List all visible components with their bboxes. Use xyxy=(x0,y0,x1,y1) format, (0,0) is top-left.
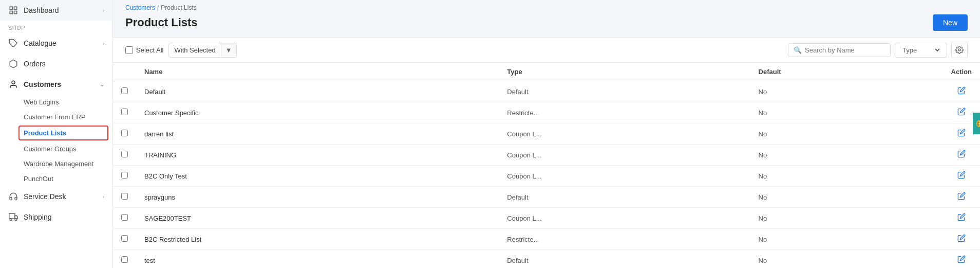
sidebar-item-orders[interactable]: Orders xyxy=(0,53,112,74)
row-default: No xyxy=(750,187,943,208)
row-checkbox-cell[interactable] xyxy=(113,250,136,269)
row-default: No xyxy=(750,81,943,102)
row-action[interactable] xyxy=(943,208,980,229)
sidebar-item-service-desk-label: Service Desk xyxy=(24,192,97,201)
sidebar-item-dashboard[interactable]: Dashboard › xyxy=(0,0,112,21)
new-button[interactable]: New xyxy=(933,14,968,31)
dropdown-arrow-icon[interactable]: ▼ xyxy=(221,43,236,57)
row-action[interactable] xyxy=(943,250,980,269)
table-body: Default Default No Customer Specific Res… xyxy=(113,81,980,269)
main-content: Customers / Product Lists Product Lists … xyxy=(113,0,980,268)
sidebar-subitem-customer-from-erp[interactable]: Customer From ERP xyxy=(0,110,112,124)
svg-rect-6 xyxy=(9,213,15,219)
settings-icon[interactable] xyxy=(951,42,968,58)
chevron-down-icon: ⌄ xyxy=(100,81,104,88)
grid-icon xyxy=(8,5,18,15)
row-name: Customer Specific xyxy=(136,102,499,123)
sidebar-subitem-customer-groups[interactable]: Customer Groups xyxy=(0,141,112,156)
box-icon xyxy=(8,59,18,69)
row-action[interactable] xyxy=(943,229,980,250)
toolbar-right: 🔍 TypeDefaultRestrictedCoupon L... xyxy=(788,42,968,58)
row-name: darren list xyxy=(136,123,499,145)
table-row: TRAINING Coupon L... No xyxy=(113,145,980,166)
sidebar-item-service-desk[interactable]: Service Desk › xyxy=(0,186,112,207)
edit-icon[interactable] xyxy=(957,214,966,223)
row-checkbox-cell[interactable] xyxy=(113,145,136,166)
row-type: Default xyxy=(499,187,750,208)
select-all-checkbox[interactable] xyxy=(125,46,133,54)
page-header: Product Lists New xyxy=(113,11,980,37)
sidebar-item-customers[interactable]: Customers ⌄ xyxy=(0,74,112,95)
row-checkbox-cell[interactable] xyxy=(113,208,136,229)
page-title: Product Lists xyxy=(125,16,198,29)
row-checkbox[interactable] xyxy=(121,214,128,221)
row-action[interactable] xyxy=(943,166,980,187)
table-row: B2C Only Test Coupon L... No xyxy=(113,166,980,187)
select-all-checkbox-wrap[interactable]: Select All xyxy=(125,46,163,54)
table-row: test Default No xyxy=(113,250,980,269)
sidebar-item-catalogue[interactable]: Catalogue › xyxy=(0,33,112,53)
type-select[interactable]: TypeDefaultRestrictedCoupon L... xyxy=(900,46,941,55)
row-action[interactable] xyxy=(943,81,980,102)
sidebar-subitem-punchout[interactable]: PunchOut xyxy=(0,171,112,186)
edit-icon[interactable] xyxy=(957,256,966,265)
row-checkbox[interactable] xyxy=(121,172,128,178)
with-selected-dropdown[interactable]: With Selected ▼ xyxy=(168,43,236,58)
sidebar-subitem-wardrobe-management[interactable]: Wardrobe Management xyxy=(0,156,112,171)
edit-icon[interactable] xyxy=(957,235,966,244)
edit-icon[interactable] xyxy=(957,172,966,181)
type-select-wrap[interactable]: TypeDefaultRestrictedCoupon L... xyxy=(895,43,947,58)
select-all-label: Select All xyxy=(136,46,163,54)
feedback-button[interactable]: Feedback 😀 xyxy=(973,113,980,134)
edit-icon[interactable] xyxy=(957,151,966,159)
edit-icon[interactable] xyxy=(957,87,966,96)
search-input[interactable] xyxy=(805,46,885,54)
shop-section-label: SHOP xyxy=(0,21,112,33)
search-box[interactable]: 🔍 xyxy=(788,43,891,57)
chevron-right-icon: › xyxy=(102,7,104,13)
row-default: No xyxy=(750,145,943,166)
person-icon xyxy=(8,79,18,90)
row-checkbox-cell[interactable] xyxy=(113,229,136,250)
row-checkbox[interactable] xyxy=(121,193,128,200)
row-type: Default xyxy=(499,250,750,269)
row-type: Restricte... xyxy=(499,229,750,250)
row-checkbox-cell[interactable] xyxy=(113,187,136,208)
row-name: Default xyxy=(136,81,499,102)
row-default: No xyxy=(750,102,943,123)
row-checkbox[interactable] xyxy=(121,109,128,115)
sidebar-item-customers-label: Customers xyxy=(24,80,95,88)
row-action[interactable] xyxy=(943,145,980,166)
breadcrumb-customers-link[interactable]: Customers xyxy=(125,4,155,11)
sidebar-subitem-web-logins[interactable]: Web Logins xyxy=(0,95,112,110)
row-checkbox[interactable] xyxy=(121,87,128,94)
row-checkbox-cell[interactable] xyxy=(113,102,136,123)
row-default: No xyxy=(750,123,943,145)
row-checkbox-cell[interactable] xyxy=(113,166,136,187)
table-header: Name Type Default Action xyxy=(113,63,980,81)
edit-icon[interactable] xyxy=(957,130,966,138)
row-type: Coupon L... xyxy=(499,208,750,229)
sidebar: Dashboard › SHOP Catalogue › Orders Cust… xyxy=(0,0,113,268)
svg-rect-2 xyxy=(10,11,12,14)
with-selected-label: With Selected xyxy=(169,43,220,57)
edit-icon[interactable] xyxy=(957,193,966,202)
row-checkbox[interactable] xyxy=(121,256,128,263)
row-type: Restricte... xyxy=(499,102,750,123)
sidebar-item-shipping[interactable]: Shipping xyxy=(0,207,112,227)
table-container: Name Type Default Action Default Default… xyxy=(113,63,980,268)
sidebar-item-dashboard-label: Dashboard xyxy=(24,6,97,14)
row-action[interactable] xyxy=(943,187,980,208)
sidebar-subitem-product-lists[interactable]: Product Lists xyxy=(18,126,108,140)
row-name: test xyxy=(136,250,499,269)
col-type: Type xyxy=(499,63,750,81)
row-type: Coupon L... xyxy=(499,123,750,145)
svg-rect-3 xyxy=(14,11,17,14)
table-row: B2C Restricted List Restricte... No xyxy=(113,229,980,250)
row-checkbox-cell[interactable] xyxy=(113,123,136,145)
edit-icon[interactable] xyxy=(957,109,966,117)
row-checkbox[interactable] xyxy=(121,130,128,136)
row-checkbox[interactable] xyxy=(121,151,128,157)
row-checkbox-cell[interactable] xyxy=(113,81,136,102)
row-checkbox[interactable] xyxy=(121,235,128,242)
